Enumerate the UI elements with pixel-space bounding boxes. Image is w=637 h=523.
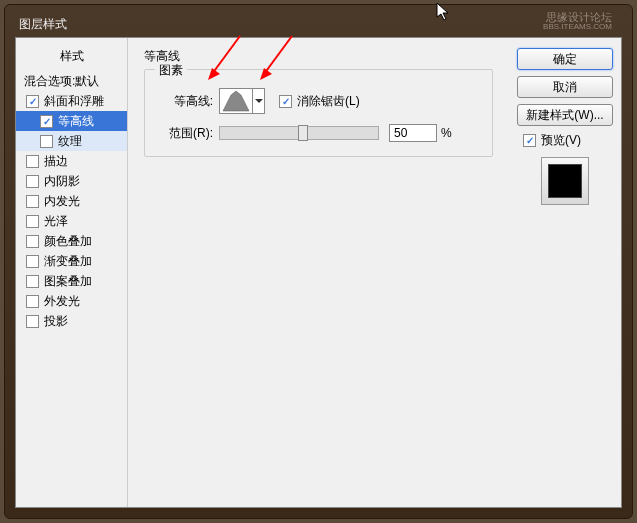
sidebar-item-label: 投影 [44, 313, 68, 330]
sidebar-item-drop-shadow[interactable]: 投影 [16, 311, 127, 331]
sidebar-item-label: 颜色叠加 [44, 233, 92, 250]
section-title: 等高线 [144, 48, 493, 65]
sidebar-item-label: 内阴影 [44, 173, 80, 190]
sidebar-item-label: 纹理 [58, 133, 82, 150]
sidebar-item-label: 图案叠加 [44, 273, 92, 290]
range-label: 范围(R): [157, 125, 213, 142]
preview-label: 预览(V) [541, 132, 581, 149]
sidebar-header: 样式 [16, 44, 127, 71]
contour-label: 等高线: [157, 93, 213, 110]
contour-picker[interactable] [219, 88, 265, 114]
sidebar-item-gradient-overlay[interactable]: 渐变叠加 [16, 251, 127, 271]
group-legend: 图素 [155, 62, 187, 79]
contour-thumb-icon [221, 89, 251, 113]
checkbox-icon[interactable] [26, 175, 39, 188]
styles-sidebar: 样式 混合选项:默认 斜面和浮雕 等高线 纹理 描边 内阴 [16, 38, 128, 507]
checkbox-icon[interactable] [26, 235, 39, 248]
range-slider[interactable] [219, 126, 379, 140]
new-style-button[interactable]: 新建样式(W)... [517, 104, 613, 126]
preview-toggle[interactable]: 预览(V) [523, 132, 613, 149]
dialog-body: 样式 混合选项:默认 斜面和浮雕 等高线 纹理 描边 内阴 [15, 37, 622, 508]
cancel-button[interactable]: 取消 [517, 76, 613, 98]
checkbox-icon[interactable] [40, 115, 53, 128]
ok-button[interactable]: 确定 [517, 48, 613, 70]
sidebar-item-outer-glow[interactable]: 外发光 [16, 291, 127, 311]
checkbox-icon[interactable] [26, 195, 39, 208]
checkbox-icon[interactable] [26, 95, 39, 108]
anti-alias-option[interactable]: 消除锯齿(L) [279, 93, 360, 110]
sidebar-item-label: 描边 [44, 153, 68, 170]
sidebar-item-label: 内发光 [44, 193, 80, 210]
checkbox-icon[interactable] [26, 315, 39, 328]
sidebar-item-label: 斜面和浮雕 [44, 93, 104, 110]
sidebar-item-inner-glow[interactable]: 内发光 [16, 191, 127, 211]
sidebar-item-satin[interactable]: 光泽 [16, 211, 127, 231]
sidebar-item-label: 外发光 [44, 293, 80, 310]
chevron-down-icon[interactable] [252, 89, 264, 113]
percent-label: % [441, 126, 452, 140]
sidebar-item-bevel[interactable]: 斜面和浮雕 [16, 91, 127, 111]
checkbox-icon[interactable] [279, 95, 292, 108]
checkbox-icon[interactable] [26, 295, 39, 308]
slider-thumb[interactable] [298, 125, 308, 141]
sidebar-item-color-overlay[interactable]: 颜色叠加 [16, 231, 127, 251]
checkbox-icon[interactable] [40, 135, 53, 148]
dialog-title: 图层样式 [19, 16, 67, 33]
main-panel: 等高线 图素 等高线: 消除锯齿(L) [128, 38, 509, 507]
cursor-icon [436, 2, 452, 26]
checkbox-icon[interactable] [523, 134, 536, 147]
sidebar-item-label: 光泽 [44, 213, 68, 230]
checkbox-icon[interactable] [26, 255, 39, 268]
sidebar-item-stroke[interactable]: 描边 [16, 151, 127, 171]
checkbox-icon[interactable] [26, 155, 39, 168]
right-panel: 确定 取消 新建样式(W)... 预览(V) [509, 38, 621, 507]
sidebar-item-texture[interactable]: 纹理 [16, 131, 127, 151]
sidebar-item-label: 渐变叠加 [44, 253, 92, 270]
checkbox-icon[interactable] [26, 215, 39, 228]
elements-group: 图素 等高线: 消除锯齿(L) [144, 69, 493, 157]
sidebar-item-pattern-overlay[interactable]: 图案叠加 [16, 271, 127, 291]
sidebar-item-contour[interactable]: 等高线 [16, 111, 127, 131]
preview-swatch-inner [548, 164, 582, 198]
watermark: 思缘设计论坛 BBS.ITEAMS.COM [543, 11, 612, 32]
preview-swatch [541, 157, 589, 205]
range-input[interactable] [389, 124, 437, 142]
checkbox-icon[interactable] [26, 275, 39, 288]
anti-alias-label: 消除锯齿(L) [297, 93, 360, 110]
sidebar-item-label: 等高线 [58, 113, 94, 130]
sidebar-item-inner-shadow[interactable]: 内阴影 [16, 171, 127, 191]
sidebar-blend-options[interactable]: 混合选项:默认 [16, 71, 127, 91]
